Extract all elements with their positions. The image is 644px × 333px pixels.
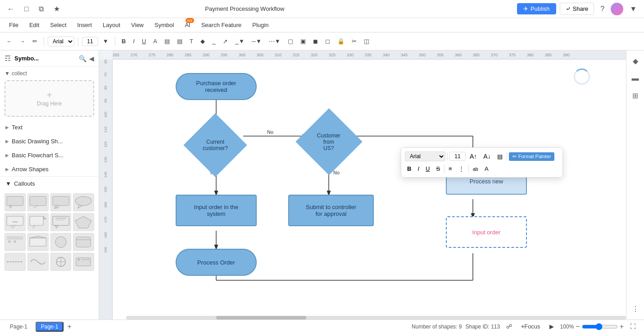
font-size-dropdown[interactable]: ▼: [100, 36, 111, 46]
node-input-order-system[interactable]: Input order in the system: [176, 195, 257, 226]
right-panel-style-btn[interactable]: ◆: [630, 54, 641, 68]
menu-file[interactable]: File: [5, 20, 23, 30]
node-current-customer[interactable]: Currentcustomer?: [183, 113, 247, 177]
menu-search-feature[interactable]: Search Feature: [197, 20, 246, 30]
node-purchase-order[interactable]: Purchase order received: [176, 73, 257, 100]
format-align-button[interactable]: ▤: [495, 152, 505, 161]
text-style-button[interactable]: T: [187, 36, 196, 46]
format-painter-tool[interactable]: ✏: [30, 36, 40, 46]
format-size-up[interactable]: A↑: [467, 151, 479, 161]
line-width-dropdown[interactable]: ─▼: [249, 36, 264, 46]
dashed-line-dropdown[interactable]: ⋯▼: [266, 36, 283, 46]
fill-color-button[interactable]: ◆: [198, 36, 208, 46]
focus-button[interactable]: ⌖ Focus: [518, 321, 543, 332]
format-list-unordered[interactable]: ⋮: [456, 164, 467, 173]
callout-thumb-11[interactable]: [50, 233, 72, 251]
group-button[interactable]: ◼: [310, 36, 321, 46]
connector-button[interactable]: ➚: [220, 36, 231, 46]
callouts-header[interactable]: ▼ Callouts: [0, 177, 99, 191]
menu-symbol[interactable]: Symbol: [150, 20, 178, 30]
format-italic[interactable]: I: [415, 164, 422, 173]
add-page-button[interactable]: +: [67, 323, 71, 331]
bold-button[interactable]: B: [119, 36, 128, 46]
menu-insert[interactable]: Insert: [73, 20, 97, 30]
callout-thumb-6[interactable]: [27, 213, 49, 231]
ungroup-button[interactable]: ◻: [322, 36, 333, 46]
active-page-tab[interactable]: Page-1: [36, 322, 64, 332]
play-button[interactable]: ▶: [547, 321, 557, 332]
search-panel-button[interactable]: 🔍: [79, 55, 86, 62]
menu-edit[interactable]: Edit: [25, 20, 44, 30]
sidebar-item-arrow-shapes[interactable]: ▶ Arrow Shapes: [0, 162, 99, 176]
right-panel-page-btn[interactable]: ▬: [629, 72, 642, 85]
menu-plugin[interactable]: Plugin: [248, 20, 273, 30]
collect-header[interactable]: ▼ collect: [5, 70, 94, 77]
callout-thumb-15[interactable]: [50, 253, 72, 271]
callout-thumb-4[interactable]: [73, 193, 94, 211]
right-panel-more-btn[interactable]: ⋮: [629, 302, 642, 316]
format-bold[interactable]: B: [405, 164, 413, 173]
line-style-dropdown[interactable]: ⎯▼: [232, 36, 247, 46]
callout-thumb-7[interactable]: [50, 213, 72, 231]
scrollbar-thumb[interactable]: [216, 316, 306, 319]
italic-button[interactable]: I: [130, 36, 137, 46]
shape-button[interactable]: ▢: [285, 36, 296, 46]
callout-thumb-2[interactable]: [27, 193, 49, 211]
format-size-down[interactable]: A↓: [481, 151, 493, 161]
callout-thumb-8[interactable]: [73, 213, 94, 231]
format-list-ordered[interactable]: ≡: [446, 164, 454, 173]
underline-button[interactable]: U: [139, 36, 149, 46]
table-button[interactable]: ◫: [361, 36, 372, 46]
external-link-button[interactable]: ⧉: [36, 4, 46, 14]
callout-thumb-12[interactable]: [73, 233, 94, 251]
redo-button[interactable]: →: [17, 36, 28, 46]
callout-thumb-14[interactable]: [27, 253, 49, 271]
node-process-order[interactable]: Process Order: [176, 249, 257, 276]
sidebar-item-basic-drawing[interactable]: ▶ Basic Drawing Sh...: [0, 134, 99, 148]
text-align-justify[interactable]: ▤: [174, 36, 185, 46]
format-code[interactable]: ab: [471, 165, 481, 173]
callout-thumb-10[interactable]: [27, 233, 49, 251]
shadow-button[interactable]: ▣: [298, 36, 308, 46]
font-family-select[interactable]: Arial: [48, 36, 74, 46]
format-underline[interactable]: U: [423, 164, 432, 173]
format-size-input[interactable]: [449, 152, 466, 161]
horizontal-scrollbar[interactable]: [126, 316, 626, 319]
node-customer-from-us[interactable]: CustomerfromUS?: [295, 108, 362, 175]
format-font-select[interactable]: Arial: [405, 151, 445, 161]
format-strikethrough[interactable]: S: [434, 164, 442, 173]
back-button[interactable]: ←: [5, 4, 17, 14]
page-label[interactable]: Page-1: [5, 323, 32, 331]
menu-layout[interactable]: Layout: [98, 20, 125, 30]
right-panel-grid-btn[interactable]: ⊞: [630, 89, 641, 103]
zoom-in-button[interactable]: +: [620, 323, 624, 331]
zoom-out-button[interactable]: −: [576, 323, 580, 331]
drag-here-box[interactable]: + Drag Here: [5, 80, 94, 117]
font-color-button[interactable]: A: [150, 36, 160, 46]
menu-select[interactable]: Select: [45, 20, 71, 30]
help-button[interactable]: ?: [598, 4, 607, 14]
node-submit-controller[interactable]: Submit to controller for approval: [288, 195, 374, 226]
fullscreen-button[interactable]: ⛶: [627, 321, 639, 332]
layers-button[interactable]: ☍: [503, 321, 515, 332]
callout-thumb-13[interactable]: [5, 253, 26, 271]
format-text-color[interactable]: A: [482, 164, 491, 173]
window-button[interactable]: □: [22, 4, 32, 14]
sidebar-item-basic-flowchart[interactable]: ▶ Basic Flowchart S...: [0, 148, 99, 162]
node-input-order[interactable]: Input order: [446, 216, 527, 248]
font-size-input[interactable]: [82, 37, 98, 46]
cut-button[interactable]: ✂: [349, 36, 359, 46]
canvas-area[interactable]: 265 270 275 280 285 290 295 300 305 310 …: [99, 50, 626, 319]
callout-thumb-5[interactable]: note: [5, 213, 26, 231]
text-align-center[interactable]: ▤: [162, 36, 172, 46]
menu-view[interactable]: View: [127, 20, 148, 30]
callout-thumb-1[interactable]: [5, 193, 26, 211]
callout-thumb-16[interactable]: [73, 253, 94, 271]
menu-ai[interactable]: AI hot: [180, 20, 195, 30]
callout-thumb-3[interactable]: [50, 193, 72, 211]
line-color-button[interactable]: ⎯: [209, 36, 218, 46]
callout-thumb-9[interactable]: [5, 233, 26, 251]
collapse-panel-button[interactable]: ◀: [89, 55, 94, 62]
publish-button[interactable]: ✈ Publish: [517, 3, 556, 14]
lock-button[interactable]: 🔒: [335, 36, 347, 46]
